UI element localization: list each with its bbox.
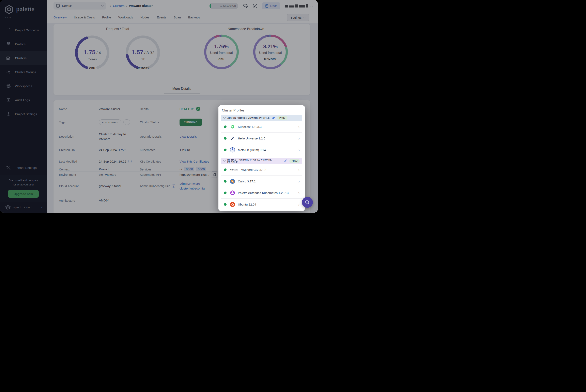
profile-row-kubecost[interactable]: Kubecost 1.103.3 › (221, 121, 302, 132)
status-dot-icon (224, 203, 227, 206)
proj-scope-badge: PROJ (289, 159, 300, 163)
popup-title: Cluster Profiles (222, 108, 301, 112)
search-fab-button[interactable] (302, 197, 313, 208)
profile-row-metallb[interactable]: MetalLB (Helm) 0.14.8 › (221, 144, 302, 156)
profile-row-palette-extended-kubernetes[interactable]: Palette eXtended Kubernetes 1.28.13 › (221, 187, 302, 199)
app-window: palette 4.4.19 Project Overview Profiles… (0, 0, 318, 212)
calico-logo-icon (230, 178, 235, 184)
vmware-logo-icon: vmware (230, 167, 239, 172)
search-smile-icon (304, 199, 310, 205)
link-icon (284, 159, 288, 162)
profile-row-calico[interactable]: Calico 3.27.2 › (221, 176, 302, 187)
profile-row-ubuntu[interactable]: Ubuntu 22.04 › (221, 199, 302, 210)
screenshot-stage: palette 4.4.19 Project Overview Profiles… (0, 0, 318, 212)
cluster-profiles-popup: Cluster Profiles ADDON PROFILE VMWARE-PR… (218, 106, 305, 211)
infrastructure-profile-section-header[interactable]: INFRASTRUCTURE PROFILE VMWARE-PROFILE PR… (221, 158, 302, 164)
proj-scope-badge: PROJ (277, 116, 288, 120)
status-dot-icon (224, 180, 227, 182)
status-dot-icon (224, 148, 227, 151)
chevron-right-icon: › (298, 167, 300, 172)
status-dot-icon (224, 126, 227, 128)
status-dot-icon (224, 168, 227, 171)
link-icon (272, 116, 275, 120)
status-dot-icon (224, 137, 227, 140)
addon-profile-section-header[interactable]: ADDON PROFILE VMWARE-PROFILE PROJ (221, 115, 302, 121)
chevron-down-icon (223, 159, 226, 162)
chevron-right-icon: › (298, 190, 300, 195)
status-dot-icon (224, 192, 227, 194)
chevron-down-icon (223, 116, 226, 118)
kubecost-logo-icon (230, 124, 235, 130)
chevron-right-icon: › (298, 179, 300, 184)
ubuntu-logo-icon (230, 202, 235, 207)
profile-row-hello-universe[interactable]: Hello Universe 1.2.0 › (221, 132, 302, 144)
pxk-logo-icon (230, 190, 235, 196)
chevron-right-icon: › (298, 148, 300, 152)
infrastructure-profile-rows: vmware vSphere CSI 3.1.2 › Calico 3.27.2… (221, 164, 302, 210)
chevron-right-icon: › (298, 202, 300, 207)
hello-universe-logo-icon (230, 136, 235, 141)
chevron-right-icon: › (298, 124, 300, 129)
metallb-logo-icon (230, 147, 235, 152)
profile-row-vsphere-csi[interactable]: vmware vSphere CSI 3.1.2 › (221, 164, 302, 176)
chevron-right-icon: › (298, 136, 300, 141)
addon-profile-rows: Kubecost 1.103.3 › Hello Universe 1.2.0 … (221, 121, 302, 156)
